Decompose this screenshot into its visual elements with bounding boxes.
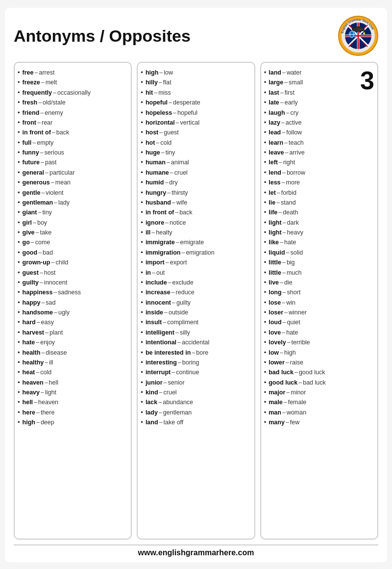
page: Antonyms / Opposites (5, 8, 387, 562)
word-bold: funny (23, 148, 39, 157)
word-regular: out (156, 268, 165, 278)
word-regular: there (41, 408, 55, 417)
word-bold: bad luck (269, 368, 294, 377)
list-item: intentional – accidental (141, 337, 249, 347)
list-item: interesting – boring (141, 358, 249, 367)
list-item: like – hate (264, 237, 372, 247)
word-regular: vertical (180, 118, 200, 128)
list-item: give – take (18, 228, 126, 237)
word-bold: in (146, 268, 151, 278)
word-bold: good luck (269, 378, 297, 388)
word-bold: here (23, 408, 35, 417)
svg-rect-16 (364, 29, 365, 33)
list-item: lady – gentleman (141, 408, 249, 417)
list-item: horizontal – vertical (141, 118, 249, 128)
list-item: last – first (264, 88, 372, 98)
word-bold: land (146, 418, 158, 427)
word-bold: man (269, 408, 281, 417)
list-item: lazy – active (264, 118, 372, 128)
word-bold: huge (146, 148, 160, 157)
word-bold: health (23, 348, 41, 358)
list-item: front – rear (18, 118, 126, 128)
word-regular: ill (49, 358, 53, 367)
word-bold: hilly (146, 78, 158, 87)
list-item: interrupt – continue (141, 367, 249, 377)
word-bold: harvest (23, 328, 44, 337)
word-bold: hungry (146, 188, 166, 198)
word-regular: early (285, 98, 298, 107)
list-item: heaven – hell (18, 378, 126, 388)
list-item: hungry – thirsty (141, 188, 249, 198)
word-regular: bore (196, 348, 208, 358)
list-item: happy – sad (18, 298, 126, 308)
word-regular: guilty (176, 298, 191, 308)
word-regular: female (288, 398, 307, 407)
word-bold: human (146, 158, 166, 167)
word-regular: right (283, 158, 295, 167)
list-item: live – die (264, 278, 372, 287)
word-regular: abundance (163, 398, 193, 407)
list-item: giant – tiny (18, 207, 126, 217)
word-bold: leave (269, 148, 284, 157)
word-bold: good (23, 248, 38, 258)
word-regular: death (283, 208, 298, 217)
word-bold: include (146, 278, 167, 287)
list-item: little – big (264, 258, 372, 267)
word-bold: guilty (23, 278, 39, 287)
list-item: loud – quiet (264, 317, 372, 327)
word-regular: easy (41, 318, 54, 327)
word-bold: in front of (23, 128, 51, 137)
word-regular: past (45, 158, 57, 167)
word-bold: hell (23, 398, 33, 407)
word-regular: minor (291, 388, 306, 397)
word-regular: active (286, 118, 302, 128)
list-item: health – disease (18, 348, 126, 358)
word-bold: large (269, 78, 283, 87)
list-item: gentle – violent (18, 188, 126, 198)
list-item: less – more (264, 178, 372, 187)
word-bold: like (269, 238, 279, 247)
list-item: light – dark (264, 218, 372, 228)
list-item: huge – tiny (141, 148, 249, 157)
word-regular: dry (169, 178, 177, 187)
word-regular: silly (180, 328, 190, 337)
list-item: immigrate – emigrate (141, 237, 249, 247)
word-regular: borrow (287, 168, 305, 178)
list-item: innocent – guilty (141, 298, 249, 308)
word-bold: hit (146, 88, 153, 98)
list-item: include – exclude (141, 278, 249, 287)
word-regular: gentleman (163, 408, 192, 417)
word-regular: first (285, 88, 294, 98)
word-bold: general (23, 168, 44, 178)
word-regular: follow (286, 128, 302, 137)
word-regular: desperate (173, 98, 200, 107)
word-regular: back (56, 128, 69, 137)
word-bold: immigration (146, 248, 181, 258)
word-bold: male (269, 398, 283, 407)
word-bold: girl (23, 218, 32, 228)
word-regular: compliment (167, 318, 198, 327)
word-regular: come (35, 238, 50, 247)
word-regular: cold (40, 368, 51, 377)
list-item: lower – raise (264, 358, 372, 367)
word-bold: lower (269, 358, 285, 367)
list-item: bad luck – good luck (264, 367, 372, 377)
word-bold: life (269, 208, 277, 217)
header-row: Antonyms / Opposites (14, 16, 378, 56)
word-regular: particular (49, 168, 74, 178)
list-item: in – out (141, 268, 249, 278)
word-bold: heaven (23, 378, 44, 388)
word-bold: loser (269, 308, 283, 317)
word-bold: increase (146, 288, 171, 297)
list-item: hell – heaven (18, 397, 126, 407)
word-bold: lend (269, 168, 281, 178)
word-bold: let (269, 188, 276, 198)
word-regular: water (287, 68, 302, 78)
word-regular: exclude (172, 278, 194, 287)
word-bold: giant (23, 208, 37, 217)
list-item: gentleman – lady (18, 198, 126, 207)
word-regular: good luck (299, 368, 325, 377)
word-bold: gentle (23, 188, 41, 198)
word-regular: few (290, 418, 299, 427)
word-bold: love (269, 328, 281, 337)
